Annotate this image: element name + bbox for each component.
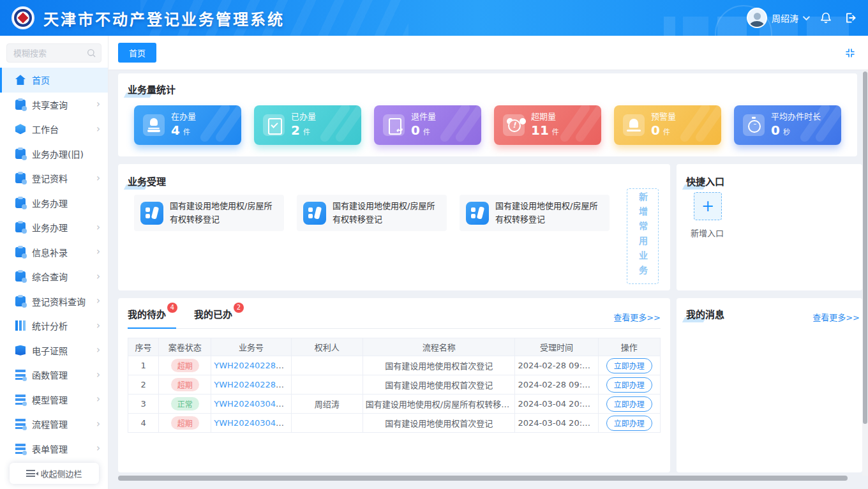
acceptance-item[interactable]: 国有建设用地使用权/房屋所有权转移登记 — [460, 195, 610, 231]
messages-title: 我的消息 — [686, 307, 724, 320]
todo-tab[interactable]: 我的已办2 — [194, 307, 243, 320]
sidebar-item-label: 登记资料查询 — [32, 295, 86, 308]
stat-unit: 件 — [552, 128, 559, 137]
horizontal-scrollbar[interactable] — [118, 476, 855, 481]
todo-tab[interactable]: 我的待办4 — [128, 307, 176, 320]
sidebar-item-label: 首页 — [32, 73, 50, 86]
handle-now-button[interactable]: 立即办理 — [606, 416, 652, 431]
vertical-scrollbar-thumb[interactable] — [863, 71, 867, 424]
handle-now-button[interactable]: 立即办理 — [606, 396, 652, 412]
todo-table: 序号 案卷状态 业务号 权利人 流程名称 受理时间 操作 — [128, 338, 661, 433]
tab-count-badge: 2 — [234, 303, 244, 313]
avatar[interactable] — [747, 8, 767, 28]
sidebar-item[interactable]: 业务办理 › — [0, 191, 108, 216]
sidebar-item[interactable]: 流程管理 › — [0, 412, 108, 437]
stats-panel: 业务量统计 在办量 4件 — [118, 73, 857, 156]
sidebar-item[interactable]: 业务办理(旧) › — [0, 142, 108, 167]
stat-value: 0 — [411, 123, 420, 138]
cell-no: 2 — [128, 375, 159, 395]
sidebar-item[interactable]: 登记资料 › — [0, 166, 108, 191]
bell-icon[interactable] — [819, 11, 832, 24]
stat-card: 退件量 0件 — [374, 105, 481, 145]
acceptance-item[interactable]: 国有建设用地使用权/房屋所有权转移登记 — [134, 195, 284, 231]
sidebar-item[interactable]: 共享查询 › — [0, 93, 108, 117]
handle-now-button[interactable]: 立即办理 — [606, 358, 652, 373]
collapse-sidebar-button[interactable]: 收起侧边栏 — [10, 463, 99, 484]
tab-home[interactable]: 首页 — [118, 43, 156, 63]
stat-card: 超期量 11件 — [494, 105, 601, 145]
business-number-link[interactable]: YWH202402280019 — [214, 361, 291, 370]
stat-card: 在办量 4件 — [134, 105, 241, 145]
sidebar-item-label: 业务办理 — [32, 221, 68, 234]
sidebar-item-icon — [15, 100, 26, 110]
cell-process: 国有建设用地使用权首次登记 — [363, 414, 515, 433]
sidebar-item[interactable]: 综合查询 › — [0, 264, 108, 289]
sidebar-item-label: 工作台 — [32, 123, 59, 135]
business-number-link[interactable]: YWH202402280020 — [214, 380, 291, 389]
stat-label: 超期量 — [531, 112, 559, 122]
sidebar-item[interactable]: 统计分析 › — [0, 313, 108, 338]
acceptance-items-row: 国有建设用地使用权/房屋所有权转移登记 国有建设用地使用权/房屋所有权转移登记 … — [134, 195, 610, 231]
sidebar-item[interactable]: 首页 › — [0, 68, 108, 93]
sidebar-item-label: 表单管理 — [32, 442, 68, 455]
acceptance-panel: 业务受理 国有建设用地使用权/房屋所有权转移登记 国有建设用地使用权/房屋所有权… — [118, 164, 670, 290]
messages-view-more-link[interactable]: 查看更多>> — [812, 311, 860, 323]
stat-unit: 秒 — [783, 128, 790, 137]
fullscreen-exit-icon[interactable] — [845, 48, 855, 58]
horizontal-scrollbar-thumb[interactable] — [118, 476, 848, 481]
acceptance-item-label: 国有建设用地使用权/房屋所有权转移登记 — [495, 200, 603, 225]
chevron-right-icon: › — [96, 345, 100, 355]
sidebar-item[interactable]: 表单管理 › — [0, 437, 108, 462]
todo-tabs: 我的待办4 我的已办2 — [128, 307, 661, 329]
app-title: 天津市不动产登记业务管理系统 — [43, 7, 285, 29]
acceptance-item[interactable]: 国有建设用地使用权/房屋所有权转移登记 — [297, 195, 447, 231]
stat-label: 已办量 — [291, 112, 316, 122]
sidebar-item[interactable]: 信息补录 › — [0, 240, 108, 265]
chevron-right-icon: › — [96, 419, 100, 429]
stat-unit: 件 — [303, 128, 310, 137]
sidebar-item-label: 信息补录 — [32, 246, 68, 259]
chevron-right-icon: › — [96, 272, 100, 282]
business-icon — [466, 202, 489, 225]
chevron-right-icon: › — [96, 296, 100, 306]
sidebar-item[interactable]: 业务办理 › — [0, 215, 108, 240]
sidebar-item-label: 模型管理 — [32, 393, 68, 406]
stat-value: 4 — [171, 123, 180, 138]
chevron-right-icon: › — [96, 174, 100, 183]
business-number-link[interactable]: YWH202403040164 — [214, 418, 291, 428]
sidebar-item-icon — [15, 222, 26, 232]
sidebar-item-icon — [15, 395, 26, 405]
add-common-business-button[interactable]: 新增常用业务 — [627, 188, 659, 284]
stat-icon — [503, 114, 525, 136]
sidebar-item-icon — [15, 345, 26, 356]
sidebar-item[interactable]: 函数管理 › — [0, 363, 108, 387]
sidebar-item-icon — [15, 198, 26, 208]
chevron-right-icon: › — [96, 321, 100, 331]
sidebar-item[interactable]: 工作台 › — [0, 117, 108, 142]
table-header-cell: 业务号 — [211, 338, 291, 356]
sidebar-item[interactable]: 登记资料查询 › — [0, 289, 108, 314]
cell-process: 国有建设用地使用权首次登记 — [363, 375, 515, 395]
stat-label: 在办量 — [171, 112, 196, 122]
user-menu[interactable]: 周绍涛 — [747, 8, 808, 28]
sidebar-item[interactable]: 模型管理 › — [0, 387, 108, 412]
sidebar-item[interactable]: 电子证照 › — [0, 338, 108, 363]
sidebar-item-icon — [15, 320, 26, 331]
business-number-link[interactable]: YWH202403040161 — [214, 399, 291, 409]
table-row: 2 超期 YWH202402280020 国有建设用地使用权首次登记 2024-… — [128, 375, 661, 395]
chevron-right-icon: › — [96, 223, 100, 232]
sidebar: 首页 › 共享查询 › 工作台 › 业务办理(旧) — [0, 36, 108, 489]
cell-holder — [291, 414, 363, 433]
sidebar-item-label: 业务办理(旧) — [32, 147, 84, 160]
todo-panel: 查看更多>> 我的待办4 我的已办2 序号 案卷状态 — [118, 298, 670, 472]
add-entry-button[interactable]: + — [694, 192, 722, 220]
cell-time: 2024-03-04 20:20:25 — [515, 395, 598, 414]
stat-icon — [383, 114, 405, 136]
stat-label: 预警量 — [651, 112, 676, 122]
vertical-scrollbar[interactable] — [862, 70, 868, 476]
logout-icon[interactable] — [844, 11, 857, 24]
status-badge: 超期 — [171, 378, 199, 391]
handle-now-button[interactable]: 立即办理 — [606, 377, 652, 393]
collapse-sidebar-icon — [26, 470, 35, 477]
sidebar-item-label: 函数管理 — [32, 368, 68, 381]
